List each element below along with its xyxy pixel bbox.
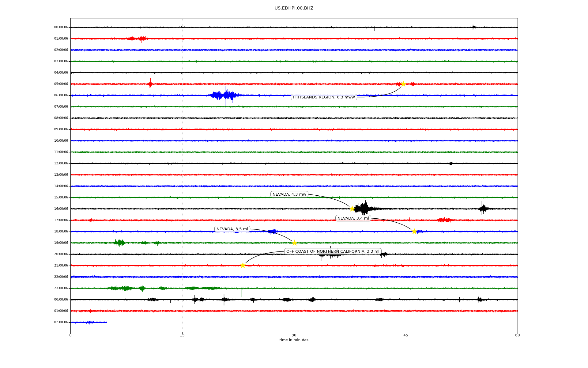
trace-time-label: 19:00:06 bbox=[43, 241, 68, 245]
event-annotation-label: NEVADA, 4.3 mw bbox=[270, 191, 308, 197]
trace-time-label: 02:00:06 bbox=[43, 320, 68, 324]
trace-time-label: 20:00:06 bbox=[43, 252, 68, 256]
trace-time-label: 16:00:06 bbox=[43, 207, 68, 211]
trace-time-label: 07:00:06 bbox=[43, 105, 68, 109]
trace-time-label: 11:00:06 bbox=[43, 150, 68, 154]
trace-time-label: 01:00:06 bbox=[43, 309, 68, 313]
x-tick-label: 15 bbox=[173, 333, 191, 337]
trace-time-label: 09:00:06 bbox=[43, 128, 68, 131]
x-tick-label: 30 bbox=[285, 333, 303, 337]
trace-time-label: 00:00:06 bbox=[43, 298, 68, 301]
trace-time-label: 23:00:06 bbox=[43, 286, 68, 290]
trace-time-label: 12:00:06 bbox=[43, 162, 68, 165]
x-tick-label: 45 bbox=[397, 333, 415, 337]
x-tick-label: 60 bbox=[508, 333, 527, 337]
seismogram-canvas bbox=[0, 0, 588, 368]
seismogram-figure: US.EDHPI.00.BHZ time in minutes 00:00:06… bbox=[0, 0, 588, 368]
trace-time-label: 03:00:06 bbox=[43, 59, 68, 63]
trace-time-label: 21:00:06 bbox=[43, 264, 68, 267]
trace-time-label: 10:00:06 bbox=[43, 139, 68, 143]
trace-time-label: 08:00:06 bbox=[43, 116, 68, 120]
x-axis-label: time in minutes bbox=[263, 338, 325, 342]
event-annotation-label: OFF COAST OF NORTHERN CALIFORNIA, 3.3 ml bbox=[284, 248, 382, 255]
trace-time-label: 05:00:06 bbox=[43, 82, 68, 86]
x-tick-label: 0 bbox=[61, 333, 80, 337]
figure-title: US.EDHPI.00.BHZ bbox=[263, 6, 325, 10]
trace-time-label: 13:00:06 bbox=[43, 173, 68, 177]
trace-time-label: 14:00:06 bbox=[43, 184, 68, 188]
event-annotation-label: NEVADA, 3.5 ml bbox=[214, 226, 250, 232]
trace-time-label: 02:00:06 bbox=[43, 48, 68, 52]
event-annotation-label: FIJI ISLANDS REGION, 6.3 mww bbox=[291, 94, 357, 100]
trace-time-label: 15:00:06 bbox=[43, 196, 68, 199]
trace-time-label: 01:00:06 bbox=[43, 37, 68, 40]
trace-time-label: 22:00:06 bbox=[43, 275, 68, 279]
trace-time-label: 17:00:06 bbox=[43, 218, 68, 222]
trace-time-label: 04:00:06 bbox=[43, 71, 68, 75]
event-annotation-label: NEVADA, 3.4 ml bbox=[335, 215, 371, 221]
trace-time-label: 06:00:06 bbox=[43, 94, 68, 97]
trace-time-label: 00:00:06 bbox=[43, 25, 68, 29]
trace-time-label: 18:00:06 bbox=[43, 230, 68, 233]
